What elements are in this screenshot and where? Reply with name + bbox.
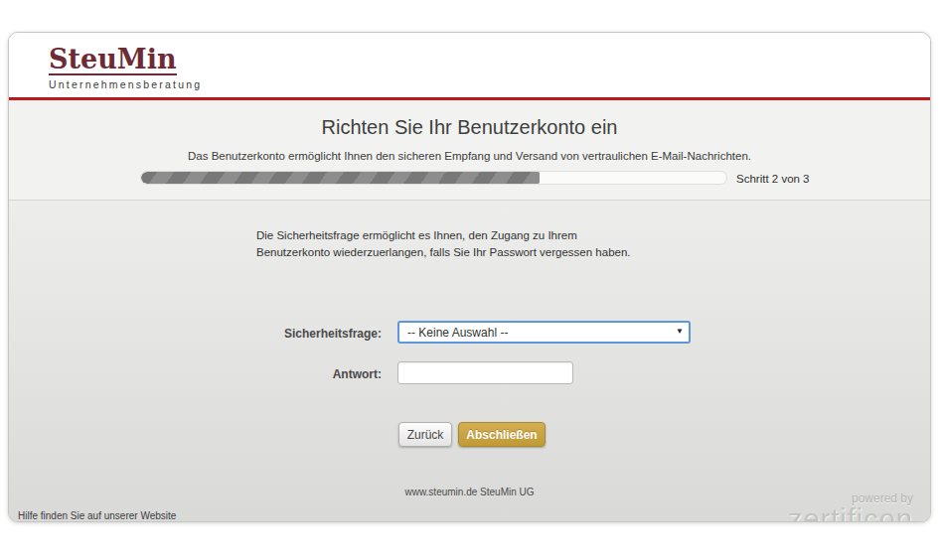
zertificon-logo: zertificon	[788, 505, 913, 522]
answer-input[interactable]	[397, 361, 573, 384]
security-question-label: Sicherheitsfrage:	[168, 327, 382, 341]
finish-button[interactable]: Abschließen	[458, 422, 546, 447]
progress-bar	[140, 171, 727, 185]
security-question-select[interactable]: -- Keine Auswahl --	[397, 321, 691, 344]
page-subtitle: Das Benutzerkonto ermöglicht Ihnen den s…	[9, 150, 930, 162]
security-question-select-wrap: -- Keine Auswahl -- ▼	[397, 321, 691, 344]
card-header: SteuMin Unternehmensberatung	[9, 33, 930, 97]
page-title: Richten Sie Ihr Benutzerkonto ein	[9, 116, 930, 139]
answer-label: Antwort:	[168, 367, 382, 381]
powered-by-block: powered by zertificon	[788, 491, 913, 522]
logo-wordmark: SteuMin	[49, 45, 177, 75]
account-setup-card: SteuMin Unternehmensberatung Richten Sie…	[8, 32, 931, 522]
security-question-description: Die Sicherheitsfrage ermöglicht es Ihnen…	[256, 227, 646, 261]
wizard-header-section: Richten Sie Ihr Benutzerkonto ein Das Be…	[9, 100, 930, 201]
step-indicator: Schritt 2 von 3	[736, 173, 810, 185]
help-text: Hilfe finden Sie auf unserer Website	[18, 510, 176, 521]
progress-fill	[141, 172, 540, 184]
logo-tagline: Unternehmensberatung	[49, 78, 202, 90]
steumin-logo: SteuMin Unternehmensberatung	[49, 45, 202, 90]
back-button[interactable]: Zurück	[398, 422, 452, 447]
form-section: Die Sicherheitsfrage ermöglicht es Ihnen…	[9, 202, 930, 522]
